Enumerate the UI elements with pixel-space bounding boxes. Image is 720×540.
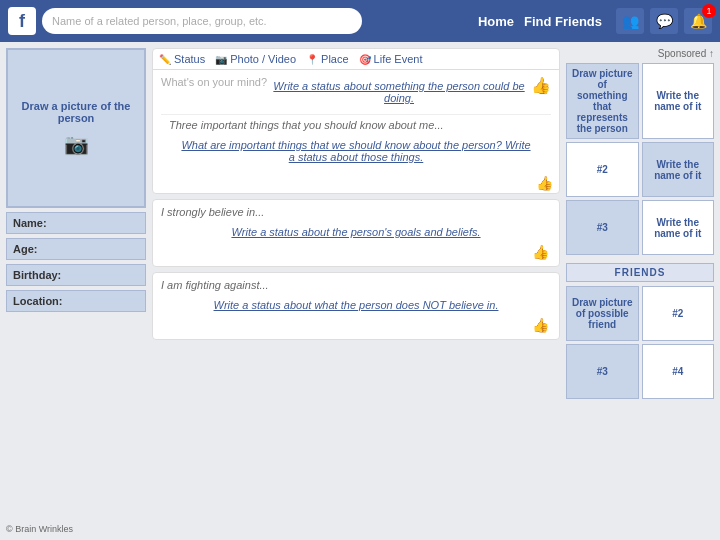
main-content: Draw a picture of the person 📷 Name: Age… <box>0 42 720 540</box>
post-tabs: ✏️ Status 📷 Photo / Video 📍 Place 🎯 Life… <box>153 49 559 70</box>
interest-cell-4-label: Write the name of it <box>647 159 710 181</box>
interest-cell-3-label: #2 <box>597 164 608 175</box>
tab-life-event-label: Life Event <box>374 53 423 65</box>
age-label: Age: <box>13 243 37 255</box>
friend-cell-3-label: #3 <box>597 366 608 377</box>
sponsored-label: Sponsored ↑ <box>566 48 714 59</box>
against-box: I am fighting against... Write a status … <box>152 272 560 340</box>
beliefs-like-icon: 👍 <box>161 242 551 260</box>
against-instruction: Write a status about what the person doe… <box>161 295 551 315</box>
top-nav: f Name of a related person, place, group… <box>0 0 720 42</box>
place-icon: 📍 <box>306 54 318 65</box>
interest-cell-1-label: Draw picture of something that represent… <box>571 68 634 134</box>
profile-pic-label: Draw a picture of the person <box>16 100 136 124</box>
search-label: Name of a related person, place, group, … <box>52 15 267 27</box>
photo-icon: 📷 <box>215 54 227 65</box>
home-link[interactable]: Home <box>478 14 514 29</box>
tab-place[interactable]: 📍 Place <box>306 53 349 69</box>
friends-header: FRIENDS <box>566 263 714 282</box>
against-like-icon: 👍 <box>161 315 551 333</box>
three-things-text: Three important things that you should k… <box>169 119 551 131</box>
messages-icon-btn[interactable]: 💬 <box>650 8 678 34</box>
post-box: ✏️ Status 📷 Photo / Video 📍 Place 🎯 Life… <box>152 48 560 194</box>
post-like-icon: 👍 <box>531 76 551 95</box>
friend-cell-1-label: Draw picture of possible friend <box>571 297 634 330</box>
friend-cell-1: Draw picture of possible friend <box>566 286 639 341</box>
post-instruction: Write a status about something the perso… <box>273 76 525 110</box>
interest-cell-2-label: Write the name of it <box>647 90 710 112</box>
interest-grid: Draw picture of something that represent… <box>566 63 714 255</box>
tab-life-event[interactable]: 🎯 Life Event <box>359 53 423 69</box>
against-header: I am fighting against... <box>161 279 551 291</box>
interest-cell-5: #3 <box>566 200 639 255</box>
birthday-label: Birthday: <box>13 269 61 281</box>
left-column: Draw a picture of the person 📷 Name: Age… <box>6 48 146 534</box>
friend-cell-2-label: #2 <box>672 308 683 319</box>
post-area: What's on your mind? Write a status abou… <box>153 70 559 173</box>
center-column: ✏️ Status 📷 Photo / Video 📍 Place 🎯 Life… <box>152 48 560 534</box>
tab-photo-label: Photo / Video <box>230 53 296 65</box>
location-box[interactable]: Location: <box>6 290 146 312</box>
tab-status-label: Status <box>174 53 205 65</box>
search-bar[interactable]: Name of a related person, place, group, … <box>42 8 362 34</box>
post-prompt: What's on your mind? <box>161 76 267 88</box>
tab-photo-video[interactable]: 📷 Photo / Video <box>215 53 296 69</box>
camera-icon: 📷 <box>64 132 89 156</box>
nav-links: Home Find Friends <box>478 14 602 29</box>
age-box[interactable]: Age: <box>6 238 146 260</box>
status-instruction: What are important things that we should… <box>161 135 551 167</box>
friend-cell-3: #3 <box>566 344 639 399</box>
beliefs-box: I strongly believe in... Write a status … <box>152 199 560 267</box>
interest-cell-5-label: #3 <box>597 222 608 233</box>
friend-cell-2: #2 <box>642 286 715 341</box>
beliefs-header: I strongly believe in... <box>161 206 551 218</box>
name-label: Name: <box>13 217 47 229</box>
life-event-icon: 🎯 <box>359 54 371 65</box>
friend-cell-4-label: #4 <box>672 366 683 377</box>
location-label: Location: <box>13 295 63 307</box>
bottom-like-icon: 👍 <box>153 173 559 193</box>
name-box[interactable]: Name: <box>6 212 146 234</box>
find-friends-link[interactable]: Find Friends <box>524 14 602 29</box>
birthday-box[interactable]: Birthday: <box>6 264 146 286</box>
notifications-icon-btn[interactable]: 🔔 1 <box>684 8 712 34</box>
tab-status[interactable]: ✏️ Status <box>159 53 205 69</box>
interest-cell-2: Write the name of it <box>642 63 715 139</box>
interest-cell-1: Draw picture of something that represent… <box>566 63 639 139</box>
friend-cell-4: #4 <box>642 344 715 399</box>
tab-place-label: Place <box>321 53 349 65</box>
interest-cell-6: Write the name of it <box>642 200 715 255</box>
interest-cell-4: Write the name of it <box>642 142 715 197</box>
notification-badge: 1 <box>702 4 716 18</box>
profile-pic-box: Draw a picture of the person 📷 <box>6 48 146 208</box>
friends-grid: Draw picture of possible friend #2 #3 #4 <box>566 286 714 399</box>
status-icon: ✏️ <box>159 54 171 65</box>
right-column: Sponsored ↑ Draw picture of something th… <box>566 48 714 534</box>
facebook-logo: f <box>8 7 36 35</box>
interest-cell-3: #2 <box>566 142 639 197</box>
beliefs-instruction: Write a status about the person's goals … <box>161 222 551 242</box>
interest-cell-6-label: Write the name of it <box>647 217 710 239</box>
friends-icon-btn[interactable]: 👥 <box>616 8 644 34</box>
copyright-text: © Brain Wrinkles <box>6 520 146 534</box>
nav-icons: 👥 💬 🔔 1 <box>616 8 712 34</box>
